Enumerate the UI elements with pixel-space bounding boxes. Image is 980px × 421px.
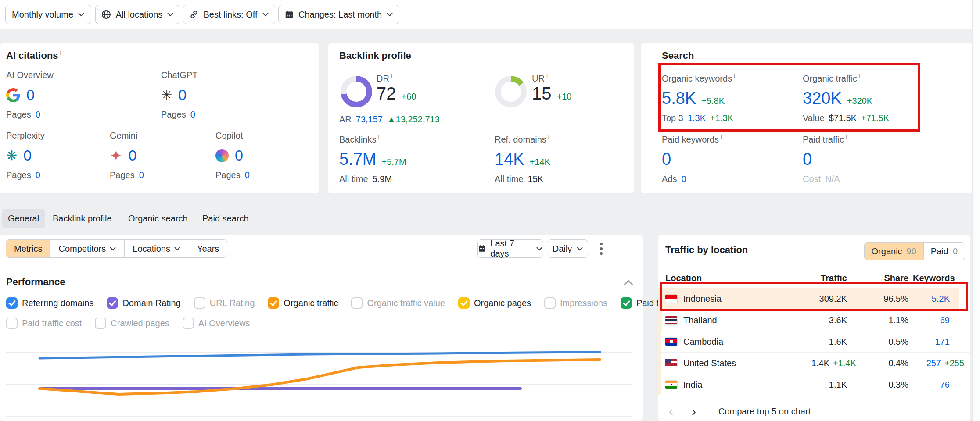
ai-overview-pages-link[interactable]: 0 — [36, 110, 40, 120]
info-icon[interactable]: i — [734, 73, 735, 79]
keywords-link[interactable]: 171 — [913, 331, 950, 352]
metric-checkbox-row-2: Paid traffic cost Crawled pages AI Overv… — [6, 318, 250, 329]
granularity-dropdown[interactable]: Daily — [548, 239, 588, 258]
table-row-india[interactable]: India 1.1K 0.3% 76 — [658, 374, 970, 395]
search-card: Search Organic keywordsi 5.8K+5.8K Top 3… — [641, 43, 972, 193]
table-row-thailand[interactable]: Thailand 3.6K 1.1% 69 — [658, 309, 970, 331]
organic-keywords-value[interactable]: 5.8K — [662, 89, 696, 108]
segment-metrics[interactable]: Metrics — [6, 240, 50, 257]
ref-domains-metric: Ref. domainsi 14K+14K All time15K — [495, 134, 550, 184]
ar-link[interactable]: 73,157 — [356, 114, 383, 125]
tab-general[interactable]: General — [2, 209, 45, 228]
info-icon[interactable]: i — [60, 50, 62, 57]
toggle-organic[interactable]: Organic90 — [865, 243, 923, 260]
perplexity-count[interactable]: 0 — [23, 147, 32, 164]
segment-competitors[interactable]: Competitors — [50, 240, 124, 257]
info-icon[interactable]: i — [548, 134, 549, 140]
monthly-volume-dropdown[interactable]: Monthly volume — [5, 5, 91, 24]
paid-keywords-metric: Paid keywordsi 0 Ads0 — [662, 134, 722, 184]
changes-dropdown[interactable]: Changes: Last month — [278, 5, 399, 24]
checkbox-referring-domains[interactable]: Referring domains — [6, 297, 93, 309]
prev-page-chevron-icon[interactable]: ‹ — [669, 405, 673, 418]
chatgpt-icon: ✳ — [161, 89, 172, 102]
checkbox-paid-traffic-cost[interactable]: Paid traffic cost — [6, 318, 82, 329]
collapse-chevron-up-icon[interactable] — [622, 278, 635, 286]
toggle-paid[interactable]: Paid0 — [923, 243, 965, 260]
chatgpt-pages-link[interactable]: 0 — [190, 110, 195, 120]
keywords-link[interactable]: 76 — [913, 374, 950, 395]
ai-overview-count[interactable]: 0 — [26, 86, 35, 103]
table-row-united-states[interactable]: United States 1.4K +1.4K 0.4% 257 +255 — [658, 352, 970, 374]
table-row-cambodia[interactable]: Cambodia 1.6K 0.5% 171 — [658, 331, 970, 352]
dr-delta: +60 — [402, 92, 416, 102]
checkbox-organic-traffic[interactable]: Organic traffic — [268, 297, 338, 309]
checkbox-crawled-pages[interactable]: Crawled pages — [95, 318, 169, 329]
gemini-count[interactable]: 0 — [129, 147, 137, 164]
checkbox-organic-pages[interactable]: Organic pages — [458, 297, 531, 309]
date-range-dropdown[interactable]: Last 7 days — [477, 239, 543, 258]
info-icon[interactable]: i — [721, 134, 722, 140]
dr-value: 72 — [377, 84, 396, 103]
chevron-down-icon — [576, 246, 583, 251]
top-toolbar: Monthly volume All locations Best links:… — [0, 0, 980, 29]
tab-organic-search[interactable]: Organic search — [122, 209, 194, 228]
info-icon[interactable]: i — [546, 73, 548, 79]
scrollbar-track[interactable] — [972, 0, 980, 421]
paid-traffic-value[interactable]: 0 — [803, 150, 812, 169]
globe-icon — [101, 9, 111, 20]
best-links-dropdown[interactable]: Best links: Off — [183, 5, 275, 24]
column-header-traffic[interactable]: Traffic — [790, 273, 847, 283]
checkbox-organic-traffic-value[interactable]: Organic traffic value — [351, 297, 445, 309]
checkbox-ai-overviews[interactable]: AI Overviews — [183, 318, 250, 329]
paid-keywords-value[interactable]: 0 — [662, 150, 671, 169]
checkbox-impressions[interactable]: Impressions — [544, 297, 607, 309]
tab-backlink-profile[interactable]: Backlink profile — [47, 209, 118, 228]
flag-indonesia-icon — [665, 295, 677, 303]
checkbox-domain-rating[interactable]: Domain Rating — [107, 297, 180, 309]
segment-locations[interactable]: Locations — [124, 240, 189, 257]
info-icon[interactable]: i — [846, 134, 847, 140]
next-page-chevron-icon[interactable]: › — [692, 405, 696, 418]
backlinks-delta: +5.7M — [381, 157, 406, 167]
ai-citations-title: AI citationsi — [6, 50, 61, 61]
column-header-location[interactable]: Location — [665, 273, 702, 283]
tab-paid-search[interactable]: Paid search — [196, 209, 255, 228]
copilot-pages-link[interactable]: 0 — [245, 170, 250, 180]
copilot-count[interactable]: 0 — [235, 147, 243, 164]
monthly-volume-label: Monthly volume — [12, 10, 73, 20]
top3-link[interactable]: 1.3K — [688, 113, 706, 123]
table-row-indonesia[interactable]: Indonesia 309.2K 96.5% 5.2K — [658, 288, 970, 309]
keywords-link[interactable]: 69 — [913, 310, 950, 331]
column-header-keywords[interactable]: Keywords — [913, 273, 950, 283]
ads-link[interactable]: 0 — [681, 174, 686, 184]
organic-traffic-value[interactable]: 320K — [803, 89, 842, 108]
ar-row: AR 73,157 ▲13,252,713 — [339, 114, 440, 125]
ref-domains-delta: +14K — [530, 157, 550, 167]
keywords-link[interactable]: 257 — [904, 353, 941, 374]
column-header-share[interactable]: Share — [860, 273, 908, 283]
search-title: Search — [662, 50, 694, 61]
locations-dropdown[interactable]: All locations — [95, 5, 179, 24]
perplexity-pages-link[interactable]: 0 — [36, 170, 40, 180]
checkbox-url-rating[interactable]: URL Rating — [194, 297, 255, 309]
info-icon[interactable]: i — [378, 134, 379, 140]
kebab-menu[interactable] — [597, 242, 606, 257]
link-icon — [189, 10, 199, 19]
gemini-pages-link[interactable]: 0 — [139, 170, 144, 180]
organic-traffic-metric: Organic traffici 320K+320K Value$71.5K+7… — [803, 73, 889, 123]
ref-domains-value[interactable]: 14K — [495, 150, 524, 169]
ar-delta: ▲13,252,713 — [387, 114, 440, 125]
backlinks-value[interactable]: 5.7M — [339, 150, 376, 169]
info-icon[interactable]: i — [859, 73, 860, 79]
changes-label: Changes: Last month — [298, 10, 382, 20]
share-bar — [658, 353, 661, 374]
chatgpt-count[interactable]: 0 — [178, 86, 187, 103]
share-bar — [658, 331, 661, 352]
compare-top5-button[interactable]: Compare top 5 on chart — [718, 407, 811, 417]
organic-paid-toggle: Organic90 Paid0 — [864, 242, 965, 260]
share-bar — [658, 374, 661, 395]
segment-years[interactable]: Years — [189, 240, 227, 257]
keywords-link[interactable]: 5.2K — [913, 288, 950, 309]
chevron-down-icon — [109, 246, 116, 251]
info-icon[interactable]: i — [391, 73, 392, 79]
